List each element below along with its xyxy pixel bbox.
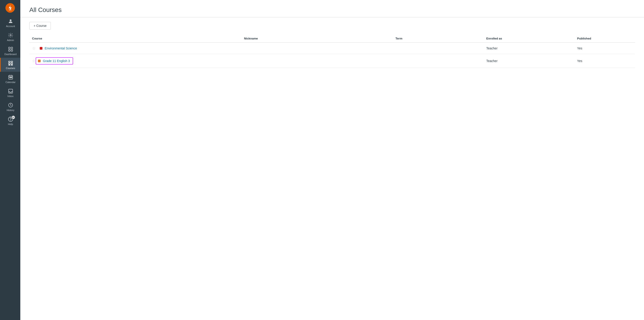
account-icon bbox=[8, 18, 13, 24]
sidebar-item-inbox[interactable]: Inbox bbox=[0, 86, 20, 100]
app-logo[interactable] bbox=[0, 0, 20, 16]
svg-rect-13 bbox=[11, 65, 13, 65]
col-header-published: Published bbox=[574, 35, 635, 43]
main-content: All Courses + Course Course Nickname Ter… bbox=[20, 0, 644, 320]
svg-rect-10 bbox=[8, 63, 10, 64]
svg-rect-5 bbox=[11, 47, 13, 49]
course-link-1[interactable]: Environmental Science bbox=[45, 46, 77, 50]
content-area: + Course Course Nickname Term Enrolled a… bbox=[20, 22, 644, 68]
svg-rect-7 bbox=[11, 50, 13, 51]
svg-point-3 bbox=[10, 34, 11, 36]
sidebar-item-help-label: Help bbox=[8, 123, 13, 126]
course-cell-2: ☆Grade 11 English 3 bbox=[29, 54, 241, 68]
help-icon: 10 bbox=[8, 116, 13, 122]
enrolled-cell-1: Teacher bbox=[484, 43, 574, 54]
add-course-button[interactable]: + Course bbox=[29, 22, 51, 30]
help-badge: 10 bbox=[12, 116, 15, 119]
published-cell-1: Yes bbox=[574, 43, 635, 54]
table-header-row: Course Nickname Term Enrolled as Publish… bbox=[29, 35, 635, 43]
term-cell-2 bbox=[393, 54, 484, 68]
svg-rect-19 bbox=[10, 77, 11, 78]
col-header-enrolled: Enrolled as bbox=[484, 35, 574, 43]
sidebar: Account Admin Dashboard bbox=[0, 0, 20, 320]
svg-rect-21 bbox=[8, 89, 13, 93]
sidebar-item-calendar[interactable]: Calendar bbox=[0, 72, 20, 86]
dashboard-icon bbox=[8, 46, 13, 52]
courses-icon bbox=[8, 60, 13, 66]
page-title: All Courses bbox=[29, 6, 635, 14]
table-row: ☆Environmental ScienceTeacherYes bbox=[29, 43, 635, 54]
enrolled-cell-2: Teacher bbox=[484, 54, 574, 68]
sidebar-item-dashboard-label: Dashboard bbox=[4, 53, 17, 56]
svg-rect-6 bbox=[8, 50, 10, 51]
term-cell-1 bbox=[393, 43, 484, 54]
sidebar-item-account[interactable]: Account bbox=[0, 16, 20, 30]
svg-rect-4 bbox=[8, 47, 10, 49]
header-divider bbox=[20, 17, 644, 18]
sidebar-item-help[interactable]: 10 Help bbox=[0, 114, 20, 128]
favorite-star-2[interactable]: ☆ bbox=[32, 59, 36, 63]
sidebar-item-calendar-label: Calendar bbox=[6, 81, 16, 84]
col-header-course: Course bbox=[29, 35, 241, 43]
nickname-cell-1 bbox=[241, 43, 393, 54]
courses-table: Course Nickname Term Enrolled as Publish… bbox=[29, 35, 635, 68]
svg-rect-12 bbox=[8, 65, 10, 65]
published-cell-2: Yes bbox=[574, 54, 635, 68]
svg-rect-9 bbox=[11, 61, 13, 62]
course-color-dot-2 bbox=[38, 60, 40, 62]
col-header-nickname: Nickname bbox=[241, 35, 393, 43]
svg-point-2 bbox=[10, 20, 12, 21]
favorite-star-1[interactable]: ☆ bbox=[32, 46, 38, 51]
sidebar-item-dashboard[interactable]: Dashboard bbox=[0, 44, 20, 58]
sidebar-item-history-label: History bbox=[6, 109, 14, 112]
nickname-cell-2 bbox=[241, 54, 393, 68]
sidebar-item-admin-label: Admin bbox=[7, 39, 14, 42]
svg-rect-1 bbox=[9, 10, 12, 10]
col-header-term: Term bbox=[393, 35, 484, 43]
svg-rect-11 bbox=[11, 63, 13, 64]
sidebar-item-courses-label: Courses bbox=[6, 67, 15, 70]
inbox-icon bbox=[8, 88, 13, 94]
course-cell-1: ☆Environmental Science bbox=[29, 43, 241, 54]
admin-icon bbox=[8, 32, 13, 38]
svg-rect-20 bbox=[11, 77, 12, 78]
svg-rect-18 bbox=[10, 77, 10, 78]
history-icon bbox=[8, 102, 13, 108]
sidebar-item-admin[interactable]: Admin bbox=[0, 30, 20, 44]
sidebar-item-courses[interactable]: Courses bbox=[0, 58, 20, 72]
table-row: ☆Grade 11 English 3TeacherYes bbox=[29, 54, 635, 68]
sidebar-item-account-label: Account bbox=[6, 25, 15, 28]
course-link-2[interactable]: Grade 11 English 3 bbox=[43, 59, 70, 63]
page-header: All Courses bbox=[20, 0, 644, 17]
svg-rect-8 bbox=[8, 61, 10, 62]
course-color-dot-1 bbox=[40, 47, 42, 50]
calendar-icon bbox=[8, 74, 13, 80]
logo-icon bbox=[8, 5, 13, 11]
sidebar-item-history[interactable]: History bbox=[0, 100, 20, 114]
sidebar-item-inbox-label: Inbox bbox=[8, 95, 14, 98]
